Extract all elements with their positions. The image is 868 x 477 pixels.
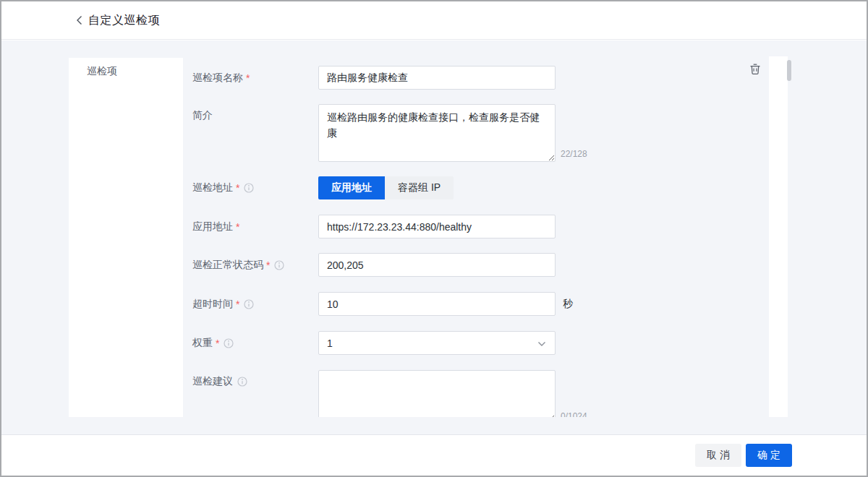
footer: 取消 确定 [1, 434, 867, 476]
required-mark: * [236, 182, 239, 194]
weight-select-value: 1 [327, 338, 333, 349]
info-icon[interactable] [244, 183, 254, 193]
toggle-app-address[interactable]: 应用地址 [318, 176, 385, 199]
header: 自定义巡检项 [1, 1, 867, 40]
cancel-button[interactable]: 取消 [695, 444, 741, 467]
form-row-address-type: 巡检地址* 应用地址 容器组 IP [192, 176, 454, 199]
chevron-left-icon [75, 14, 84, 26]
form-row-name: 巡检项名称* [192, 66, 556, 90]
required-mark: * [216, 338, 219, 349]
weight-select[interactable]: 1 [318, 331, 556, 355]
form-row-timeout: 超时时间* 秒 [192, 292, 573, 316]
field-label-timeout: 超时时间* [192, 298, 318, 311]
required-mark: * [246, 72, 250, 84]
form-row-weight: 权重* 1 [192, 331, 556, 355]
intro-textarea[interactable]: 巡检路由服务的健康检查接口，检查服务是否健康 [318, 104, 556, 162]
form-row-status-codes: 巡检正常状态码* [192, 253, 556, 277]
right-panel-strip [769, 56, 788, 417]
sidebar-card: 巡检项 [69, 58, 183, 417]
required-mark: * [266, 259, 270, 271]
required-mark: * [236, 298, 239, 310]
field-label-status-codes: 巡检正常状态码* [192, 259, 318, 272]
info-icon[interactable] [244, 299, 254, 309]
page-title: 自定义巡检项 [88, 13, 160, 28]
status-codes-input[interactable] [318, 253, 556, 277]
timeout-unit: 秒 [563, 298, 573, 311]
custom-inspection-dialog: 自定义巡检项 巡检项 巡检项名称* 简介 巡检路由服务的健康检查接口，检查服务是… [0, 0, 868, 477]
confirm-button[interactable]: 确定 [746, 444, 792, 467]
scrollbar-thumb[interactable] [787, 60, 791, 81]
timeout-input[interactable] [318, 292, 556, 316]
suggestion-char-counter: 0/1024 [561, 411, 587, 417]
field-label-address-type: 巡检地址* [192, 181, 318, 194]
info-icon[interactable] [237, 377, 247, 387]
trash-icon [749, 63, 761, 75]
delete-button[interactable] [748, 61, 762, 76]
main-content: 巡检项 巡检项名称* 简介 巡检路由服务的健康检查接口，检查服务是否健康 22/… [1, 40, 867, 434]
field-label-app-address: 应用地址* [192, 220, 318, 233]
field-label-weight: 权重* [192, 337, 318, 350]
form-row-intro: 简介 巡检路由服务的健康检查接口，检查服务是否健康 22/128 [192, 104, 556, 162]
info-icon[interactable] [274, 260, 284, 270]
name-input[interactable] [318, 66, 556, 90]
sidebar-item-inspection[interactable]: 巡检项 [69, 58, 183, 78]
required-mark: * [236, 221, 239, 233]
scroll-area: 巡检项 巡检项名称* 简介 巡检路由服务的健康检查接口，检查服务是否健康 22/… [1, 40, 867, 417]
field-label-suggestion: 巡检建议 [192, 370, 318, 388]
form-row-suggestion: 巡检建议 0/1024 [192, 370, 556, 417]
app-address-input[interactable] [318, 215, 556, 239]
address-type-toggle: 应用地址 容器组 IP [318, 176, 454, 199]
intro-char-counter: 22/128 [561, 149, 587, 159]
toggle-pod-ip[interactable]: 容器组 IP [385, 176, 454, 199]
field-label-intro: 简介 [192, 104, 318, 122]
form-row-app-address: 应用地址* [192, 215, 556, 239]
suggestion-textarea[interactable] [318, 370, 556, 417]
back-button[interactable] [72, 13, 87, 27]
chevron-down-icon [537, 341, 546, 347]
info-icon[interactable] [224, 338, 234, 348]
field-label-name: 巡检项名称* [192, 72, 318, 85]
